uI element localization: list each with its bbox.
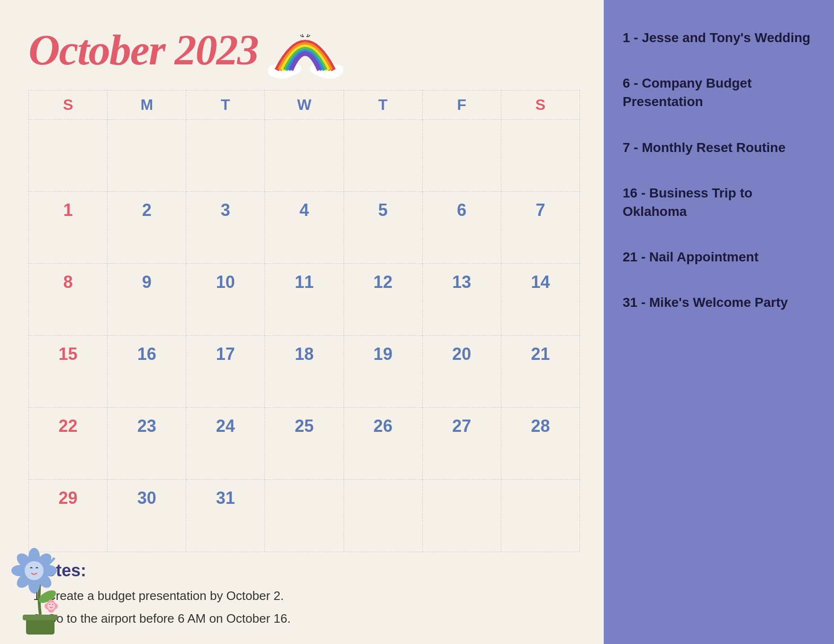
calendar-day: 5 (344, 192, 422, 264)
svg-rect-11 (26, 618, 54, 635)
notes-section: Notes: 1. Create a budget presentation b… (28, 561, 580, 630)
svg-line-10 (308, 34, 308, 36)
calendar-day: 17 (186, 336, 265, 408)
calendar-day (422, 120, 501, 192)
day-header-wed: W (265, 90, 344, 120)
calendar-day: 27 (422, 408, 501, 480)
calendar-day (186, 120, 265, 192)
calendar-day: 30 (108, 480, 186, 552)
calendar-day: 11 (265, 264, 344, 336)
notes-list: 1. Create a budget presentation by Octob… (33, 584, 580, 630)
sidebar-event-item: 6 - Company Budget Presentation (623, 61, 815, 124)
calendar-day: 10 (186, 264, 265, 336)
svg-point-26 (47, 602, 55, 610)
calendar-day: 8 (29, 264, 108, 336)
calendar-day: 20 (422, 336, 501, 408)
calendar-table: S M T W T F S 12345678910111213141516171… (28, 90, 580, 552)
calendar-day: 15 (29, 336, 108, 408)
calendar-day: 24 (186, 408, 265, 480)
calendar-week-row: 891011121314 (29, 264, 580, 336)
calendar-day: 14 (501, 264, 580, 336)
calendar-day: 2 (108, 192, 186, 264)
calendar-week-row: 293031 (29, 480, 580, 552)
day-header-tue: T (186, 90, 265, 120)
calendar-day: 28 (501, 408, 580, 480)
calendar-day (265, 120, 344, 192)
calendar-day: 7 (501, 192, 580, 264)
calendar-day: 25 (265, 408, 344, 480)
calendar-day (422, 480, 501, 552)
note-item: 1. Create a budget presentation by Octob… (33, 584, 580, 607)
flower-decoration (9, 540, 71, 635)
calendar-day (265, 480, 344, 552)
svg-line-9 (309, 35, 310, 36)
calendar-week-row (29, 120, 580, 192)
svg-line-7 (300, 35, 301, 36)
sidebar-event-item: 21 - Nail Appointment (623, 234, 815, 279)
calendar-day: 19 (344, 336, 422, 408)
calendar-day (344, 120, 422, 192)
day-header-sat: S (501, 90, 580, 120)
sidebar-event-item: 1 - Jesse and Tony's Wedding (623, 24, 815, 60)
calendar-day (108, 120, 186, 192)
day-header-mon: M (108, 90, 186, 120)
calendar-week-row: 15161718192021 (29, 336, 580, 408)
calendar-day: 13 (422, 264, 501, 336)
calendar-week-row: 22232425262728 (29, 408, 580, 480)
svg-rect-12 (23, 615, 58, 620)
calendar-day: 12 (344, 264, 422, 336)
main-area: October 2023 (0, 0, 604, 644)
calendar-week-row: 1234567 (29, 192, 580, 264)
calendar-day: 16 (108, 336, 186, 408)
page-title: October 2023 (28, 28, 258, 72)
calendar-day: 9 (108, 264, 186, 336)
calendar-day: 3 (186, 192, 265, 264)
note-item: 2. Go to the airport before 6 AM on Octo… (33, 607, 580, 630)
calendar-day: 22 (29, 408, 108, 480)
calendar-header-row: S M T W T F S (29, 90, 580, 120)
calendar-day: 18 (265, 336, 344, 408)
notes-title: Notes: (33, 561, 580, 581)
sidebar: 1 - Jesse and Tony's Wedding6 - Company … (604, 0, 834, 644)
day-header-thu: T (344, 90, 422, 120)
sidebar-event-item: 16 - Business Trip to Oklahoma (623, 170, 815, 234)
calendar-day: 6 (422, 192, 501, 264)
svg-line-8 (302, 34, 303, 36)
sidebar-event-item: 7 - Monthly Reset Routine (623, 125, 815, 170)
header: October 2023 (28, 19, 580, 80)
calendar-day (29, 120, 108, 192)
calendar-day: 4 (265, 192, 344, 264)
day-header-sun: S (29, 90, 108, 120)
calendar-day: 23 (108, 408, 186, 480)
sidebar-event-item: 31 - Mike's Welcome Party (623, 280, 815, 325)
rainbow-illustration (267, 19, 343, 80)
calendar-day: 26 (344, 408, 422, 480)
svg-point-23 (25, 561, 44, 580)
calendar-day (501, 480, 580, 552)
calendar-day (344, 480, 422, 552)
calendar-day (501, 120, 580, 192)
calendar-day: 21 (501, 336, 580, 408)
day-header-fri: F (422, 90, 501, 120)
calendar-day: 1 (29, 192, 108, 264)
calendar-day: 31 (186, 480, 265, 552)
